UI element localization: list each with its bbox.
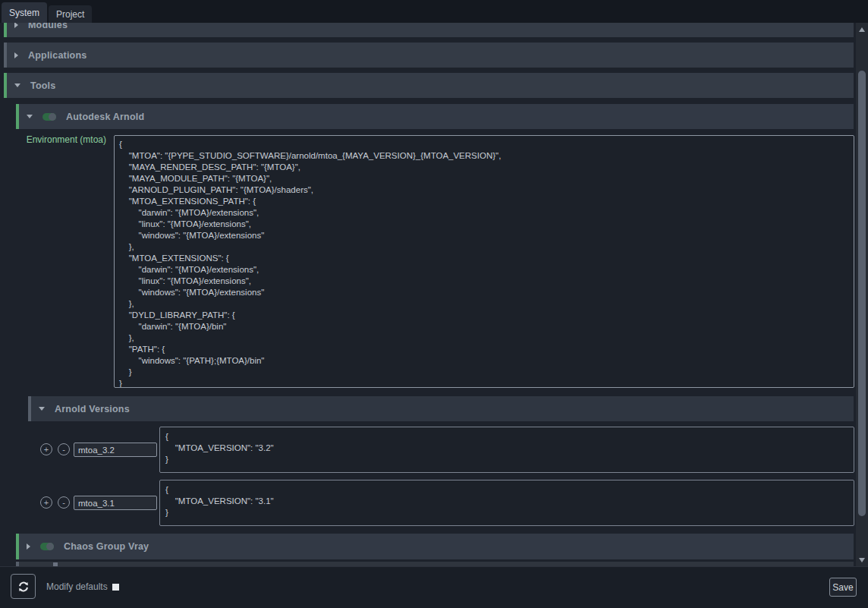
expand-arrow-icon[interactable] [27, 543, 30, 550]
version-name-input[interactable] [74, 496, 157, 510]
version-json-editor[interactable]: { "MTOA_VERSION": "3.1" } [159, 480, 854, 526]
arnold-enabled-toggle[interactable] [42, 113, 56, 121]
refresh-button[interactable] [11, 574, 36, 599]
settings-window: System Project Modules Applications Tool… [0, 0, 868, 608]
remove-version-button[interactable]: - [58, 443, 70, 455]
refresh-icon [17, 580, 30, 594]
expand-arrow-icon[interactable] [14, 52, 18, 58]
environment-mtoa-editor[interactable]: { "MTOA": "{PYPE_STUDIO_SOFTWARE}/arnold… [114, 135, 854, 388]
modify-defaults-checkbox[interactable] [112, 584, 119, 591]
expand-arrow-icon[interactable] [14, 23, 18, 28]
vertical-scrollbar[interactable] [856, 23, 868, 566]
section-arnold-versions[interactable]: Arnold Versions [28, 396, 854, 421]
version-name-input[interactable] [74, 443, 157, 457]
tab-system[interactable]: System [2, 2, 47, 23]
remove-version-button[interactable]: - [58, 496, 70, 509]
section-arnold-versions-label: Arnold Versions [55, 404, 130, 414]
settings-scroll-area[interactable]: Modules Applications Tools Autodesk Arno… [0, 23, 856, 566]
section-modules-label: Modules [28, 23, 68, 30]
collapse-arrow-icon[interactable] [39, 407, 45, 411]
tab-project-label: Project [56, 9, 84, 20]
tab-system-label: System [9, 8, 39, 18]
section-chaos-group-vray[interactable]: Chaos Group Vray [16, 534, 854, 559]
section-arnold-label: Autodesk Arnold [66, 112, 144, 122]
section-applications-label: Applications [28, 50, 86, 61]
vray-enabled-toggle[interactable] [40, 543, 54, 550]
section-vray-label: Chaos Group Vray [64, 541, 149, 552]
scrollbar-thumb[interactable] [858, 71, 866, 516]
add-version-button[interactable]: + [40, 443, 52, 455]
collapse-arrow-icon[interactable] [27, 115, 33, 118]
section-autodesk-arnold[interactable]: Autodesk Arnold [16, 104, 854, 129]
collapse-arrow-icon[interactable] [14, 83, 20, 87]
tab-bar: System Project [0, 0, 868, 23]
modify-defaults-label: Modify defaults [46, 581, 108, 592]
toggle-knob [49, 113, 56, 121]
scroll-up-icon[interactable] [859, 27, 865, 32]
footer-bar: Modify defaults Save [0, 566, 868, 608]
section-applications[interactable]: Applications [4, 43, 854, 68]
save-button[interactable]: Save [829, 578, 857, 597]
section-tools[interactable]: Tools [4, 73, 854, 98]
environment-mtoa-label: Environment (mtoa) [18, 134, 106, 145]
toggle-knob [46, 543, 54, 550]
tab-project[interactable]: Project [49, 5, 92, 23]
section-tools-label: Tools [30, 80, 55, 91]
add-version-button[interactable]: + [40, 496, 52, 509]
section-modules[interactable]: Modules [4, 23, 854, 37]
version-json-editor[interactable]: { "MTOA_VERSION": "3.2" } [159, 427, 854, 473]
scroll-down-icon[interactable] [859, 558, 865, 562]
